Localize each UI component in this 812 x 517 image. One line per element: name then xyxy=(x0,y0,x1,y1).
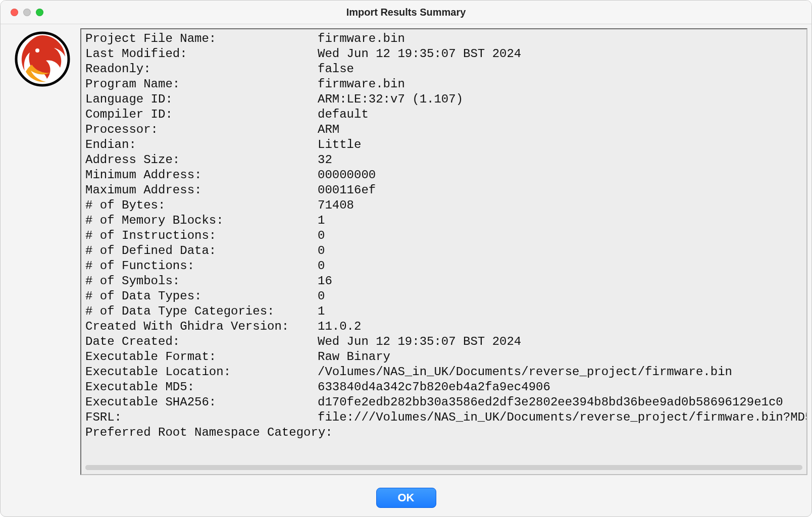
result-label: Executable SHA256: xyxy=(85,395,318,410)
result-row: Executable SHA256:d170fe2edb282bb30a3586… xyxy=(85,395,802,410)
result-value: file:///Volumes/NAS_in_UK/Documents/reve… xyxy=(318,410,806,425)
result-label: Compiler ID: xyxy=(85,107,318,122)
result-row: Compiler ID:default xyxy=(85,107,802,122)
result-label: Maximum Address: xyxy=(85,183,318,198)
result-row: # of Memory Blocks:1 xyxy=(85,213,802,228)
result-value: 0 xyxy=(318,258,802,274)
result-value xyxy=(318,425,802,440)
result-label: Date Created: xyxy=(85,334,318,349)
result-row: Project File Name:firmware.bin xyxy=(85,31,802,46)
result-value: firmware.bin xyxy=(318,31,802,46)
result-row: Endian:Little xyxy=(85,137,802,152)
result-value: 16 xyxy=(318,274,802,289)
ghidra-dragon-icon xyxy=(15,31,70,89)
result-value: ARM xyxy=(318,122,802,137)
result-value: 0 xyxy=(318,228,802,243)
result-row: # of Symbols:16 xyxy=(85,274,802,289)
horizontal-scrollbar-track xyxy=(85,465,802,470)
result-row: Minimum Address:00000000 xyxy=(85,168,802,183)
result-value: 0 xyxy=(318,243,802,258)
result-row: # of Instructions:0 xyxy=(85,228,802,243)
result-label: Address Size: xyxy=(85,152,318,168)
result-label: # of Defined Data: xyxy=(85,243,318,258)
result-label: # of Data Type Categories: xyxy=(85,304,318,319)
logo-column xyxy=(5,28,80,475)
zoom-icon[interactable] xyxy=(36,9,43,16)
result-value: 1 xyxy=(318,213,802,228)
result-value: default xyxy=(318,107,802,122)
results-text[interactable]: Project File Name:firmware.binLast Modif… xyxy=(81,29,806,464)
result-label: Readonly: xyxy=(85,62,318,77)
result-value: 71408 xyxy=(318,198,802,213)
horizontal-scrollbar-thumb[interactable] xyxy=(85,465,645,470)
result-row: Readonly:false xyxy=(85,62,802,77)
result-label: Executable Format: xyxy=(85,349,318,365)
result-value: 11.0.2 xyxy=(318,319,802,334)
minimize-icon[interactable] xyxy=(23,9,31,16)
result-value: 32 xyxy=(318,152,802,168)
result-value: 633840d4a342c7b820eb4a2fa9ec4906 xyxy=(318,380,802,395)
horizontal-scrollbar[interactable] xyxy=(81,464,806,474)
result-label: # of Instructions: xyxy=(85,228,318,243)
result-label: Project File Name: xyxy=(85,31,318,46)
result-label: Created With Ghidra Version: xyxy=(85,319,318,334)
result-label: Language ID: xyxy=(85,92,318,107)
result-label: Executable MD5: xyxy=(85,380,318,395)
result-row: Address Size:32 xyxy=(85,152,802,168)
result-label: FSRL: xyxy=(85,410,318,425)
svg-point-1 xyxy=(35,48,39,53)
result-value: 0 xyxy=(318,289,802,304)
result-label: # of Data Types: xyxy=(85,289,318,304)
result-row: Executable Location:/Volumes/NAS_in_UK/D… xyxy=(85,365,802,380)
result-row: Preferred Root Namespace Category: xyxy=(85,425,802,440)
result-value: Raw Binary xyxy=(318,349,802,365)
result-row: Processor:ARM xyxy=(85,122,802,137)
result-value: Little xyxy=(318,137,802,152)
result-value: Wed Jun 12 19:35:07 BST 2024 xyxy=(318,46,802,62)
result-label: # of Symbols: xyxy=(85,274,318,289)
dialog-footer: OK xyxy=(1,479,811,516)
window-controls xyxy=(11,9,43,16)
result-label: Processor: xyxy=(85,122,318,137)
result-label: Executable Location: xyxy=(85,365,318,380)
result-label: Preferred Root Namespace Category: xyxy=(85,425,318,440)
result-label: Program Name: xyxy=(85,77,318,92)
result-value: Wed Jun 12 19:35:07 BST 2024 xyxy=(318,334,802,349)
ok-button[interactable]: OK xyxy=(376,488,436,508)
result-value: false xyxy=(318,62,802,77)
result-label: # of Bytes: xyxy=(85,198,318,213)
result-row: Language ID:ARM:LE:32:v7 (1.107) xyxy=(85,92,802,107)
result-row: Program Name:firmware.bin xyxy=(85,77,802,92)
result-row: Date Created:Wed Jun 12 19:35:07 BST 202… xyxy=(85,334,802,349)
dialog-body: Project File Name:firmware.binLast Modif… xyxy=(1,24,811,479)
import-results-window: Import Results Summary Project File Name… xyxy=(0,0,812,517)
result-label: # of Functions: xyxy=(85,258,318,274)
result-label: Last Modified: xyxy=(85,46,318,62)
result-row: Last Modified:Wed Jun 12 19:35:07 BST 20… xyxy=(85,46,802,62)
result-row: Executable Format:Raw Binary xyxy=(85,349,802,365)
result-row: Executable MD5:633840d4a342c7b820eb4a2fa… xyxy=(85,380,802,395)
result-label: # of Memory Blocks: xyxy=(85,213,318,228)
result-value: 1 xyxy=(318,304,802,319)
titlebar: Import Results Summary xyxy=(1,1,811,24)
window-title: Import Results Summary xyxy=(1,7,811,18)
close-icon[interactable] xyxy=(11,9,18,16)
result-row: Maximum Address:000116ef xyxy=(85,183,802,198)
result-row: # of Defined Data:0 xyxy=(85,243,802,258)
result-row: FSRL:file:///Volumes/NAS_in_UK/Documents… xyxy=(85,410,802,425)
result-row: # of Data Type Categories:1 xyxy=(85,304,802,319)
result-value: d170fe2edb282bb30a3586ed2df3e2802ee394b8… xyxy=(318,395,802,410)
result-row: # of Data Types:0 xyxy=(85,289,802,304)
result-row: # of Functions:0 xyxy=(85,258,802,274)
result-row: Created With Ghidra Version:11.0.2 xyxy=(85,319,802,334)
result-value: 000116ef xyxy=(318,183,802,198)
results-frame: Project File Name:firmware.binLast Modif… xyxy=(80,28,807,475)
result-label: Endian: xyxy=(85,137,318,152)
result-value: /Volumes/NAS_in_UK/Documents/reverse_pro… xyxy=(318,365,802,380)
result-value: 00000000 xyxy=(318,168,802,183)
result-value: firmware.bin xyxy=(318,77,802,92)
result-value: ARM:LE:32:v7 (1.107) xyxy=(318,92,802,107)
result-label: Minimum Address: xyxy=(85,168,318,183)
result-row: # of Bytes:71408 xyxy=(85,198,802,213)
